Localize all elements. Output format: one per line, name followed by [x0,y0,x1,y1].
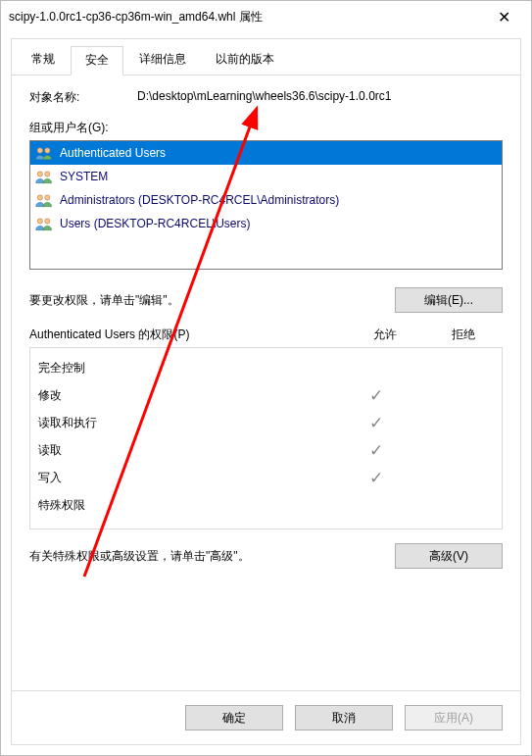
dialog-footer: 确定 取消 应用(A) [12,690,520,744]
permission-name: 特殊权限 [38,497,337,514]
user-name: Users (DESKTOP-RC4RCEL\Users) [60,217,250,230]
svg-point-3 [45,172,50,176]
close-icon: ✕ [498,8,510,26]
permission-allow: ✓ [337,468,415,488]
permissions-list: 完全控制修改✓读取和执行✓读取✓写入✓特殊权限 [29,347,503,529]
user-name: Administrators (DESKTOP-RC4RCEL\Administ… [60,193,339,207]
tab-security[interactable]: 安全 [71,46,123,76]
edit-hint-text: 要更改权限，请单击"编辑"。 [29,292,395,309]
permission-row: 修改✓ [38,381,494,409]
window-title: scipy-1.0.0rc1-cp36-cp36m-win_amd64.whl … [9,9,484,25]
close-button[interactable]: ✕ [484,3,523,30]
button-label: 确定 [222,711,246,725]
object-name-row: 对象名称: D:\desktop\mLearning\wheels36.6\sc… [29,89,503,106]
permission-name: 完全控制 [38,360,337,377]
users-icon [34,169,54,184]
tab-label: 常规 [31,52,55,66]
permission-row: 读取和执行✓ [38,409,494,436]
apply-button[interactable]: 应用(A) [405,705,503,731]
button-label: 编辑(E)... [424,293,473,307]
properties-window: scipy-1.0.0rc1-cp36-cp36m-win_amd64.whl … [0,0,532,756]
permission-row: 写入✓ [38,464,494,491]
svg-point-6 [37,219,42,224]
permission-name: 写入 [38,470,337,486]
user-row[interactable]: SYSTEM [30,165,502,188]
user-row[interactable]: Authenticated Users [30,141,502,165]
tab-label: 详细信息 [139,52,186,66]
permission-name: 修改 [38,387,337,404]
svg-point-2 [37,172,42,176]
users-icon [34,216,54,231]
permission-allow: ✓ [337,385,415,406]
permissions-header-user: Authenticated Users 的权限(P) [29,327,346,343]
permissions-header-deny: 拒绝 [424,327,503,343]
object-name-value: D:\desktop\mLearning\wheels36.6\scipy-1.… [137,89,503,106]
advanced-hint-text: 有关特殊权限或高级设置，请单击"高级"。 [29,548,395,565]
permissions-header-allow: 允许 [346,327,424,343]
cancel-button[interactable]: 取消 [295,705,393,731]
permissions-header: Authenticated Users 的权限(P) 允许 拒绝 [29,327,503,343]
object-name-label: 对象名称: [29,89,137,106]
button-label: 高级(V) [429,549,468,563]
security-tab-body: 对象名称: D:\desktop\mLearning\wheels36.6\sc… [12,76,520,690]
advanced-button[interactable]: 高级(V) [395,543,503,569]
tab-previous-versions[interactable]: 以前的版本 [202,46,288,76]
users-listbox[interactable]: Authenticated UsersSYSTEMAdministrators … [29,140,503,270]
tab-strip: 常规 安全 详细信息 以前的版本 [12,39,520,76]
tab-label: 以前的版本 [216,52,274,66]
edit-row: 要更改权限，请单击"编辑"。 编辑(E)... [29,287,503,313]
edit-button[interactable]: 编辑(E)... [395,287,503,313]
tab-details[interactable]: 详细信息 [125,46,200,76]
permission-name: 读取 [38,442,337,459]
tab-general[interactable]: 常规 [18,46,69,76]
titlebar: scipy-1.0.0rc1-cp36-cp36m-win_amd64.whl … [1,1,531,32]
button-label: 取消 [332,711,356,725]
permission-row: 完全控制 [38,354,494,381]
permission-row: 读取✓ [38,436,494,464]
users-icon [34,192,54,208]
permission-allow: ✓ [337,440,415,461]
svg-point-1 [45,148,50,153]
groups-label: 组或用户名(G): [29,120,503,136]
tab-label: 安全 [85,53,109,67]
user-row[interactable]: Users (DESKTOP-RC4RCEL\Users) [30,212,502,235]
svg-point-0 [37,148,42,153]
permission-allow: ✓ [337,413,415,433]
permission-name: 读取和执行 [38,415,337,431]
svg-point-4 [37,195,42,200]
svg-point-7 [45,219,50,224]
button-label: 应用(A) [434,711,473,725]
users-icon [34,145,54,161]
user-name: Authenticated Users [60,146,166,160]
user-name: SYSTEM [60,170,108,183]
user-row[interactable]: Administrators (DESKTOP-RC4RCEL\Administ… [30,188,502,212]
inner-panel: 常规 安全 详细信息 以前的版本 对象名称: D:\desktop\mLearn… [11,38,521,745]
svg-point-5 [45,195,50,200]
ok-button[interactable]: 确定 [185,705,283,731]
permission-row: 特殊权限 [38,491,494,519]
advanced-row: 有关特殊权限或高级设置，请单击"高级"。 高级(V) [29,543,503,569]
